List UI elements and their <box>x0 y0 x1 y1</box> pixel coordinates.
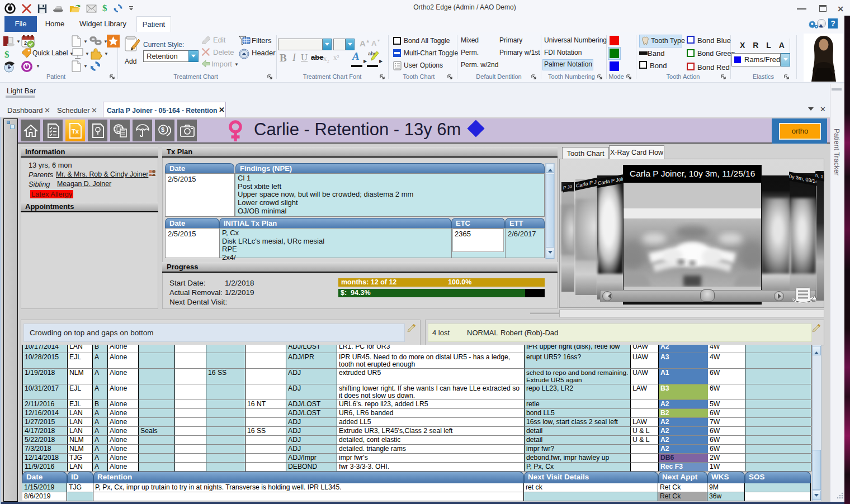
svg-text:Tx: Tx <box>72 128 79 135</box>
svg-text:2: 2 <box>24 40 27 46</box>
svg-text:$: $ <box>161 126 164 133</box>
